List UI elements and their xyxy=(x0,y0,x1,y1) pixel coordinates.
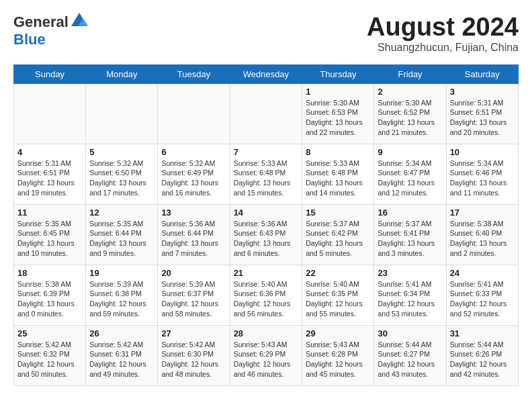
calendar-cell xyxy=(14,83,86,144)
day-number: 5 xyxy=(89,147,154,157)
day-number: 25 xyxy=(17,328,82,338)
day-info: Sunrise: 5:38 AM Sunset: 6:39 PM Dayligh… xyxy=(17,279,82,319)
logo-icon xyxy=(70,11,89,30)
day-number: 13 xyxy=(161,208,226,218)
day-number: 15 xyxy=(306,208,370,218)
day-number: 28 xyxy=(234,328,299,338)
calendar-cell: 2Sunrise: 5:30 AM Sunset: 6:52 PM Daylig… xyxy=(374,83,446,144)
calendar-cell: 9Sunrise: 5:34 AM Sunset: 6:47 PM Daylig… xyxy=(374,144,446,204)
calendar-cell: 28Sunrise: 5:43 AM Sunset: 6:29 PM Dayli… xyxy=(230,325,302,385)
calendar-cell: 13Sunrise: 5:36 AM Sunset: 6:44 PM Dayli… xyxy=(158,204,230,265)
day-number: 11 xyxy=(17,208,82,218)
day-number: 26 xyxy=(89,328,154,338)
calendar-cell: 25Sunrise: 5:42 AM Sunset: 6:32 PM Dayli… xyxy=(14,325,86,385)
calendar-week-row: 4Sunrise: 5:31 AM Sunset: 6:51 PM Daylig… xyxy=(14,144,519,204)
day-info: Sunrise: 5:42 AM Sunset: 6:30 PM Dayligh… xyxy=(161,340,226,379)
day-info: Sunrise: 5:33 AM Sunset: 6:48 PM Dayligh… xyxy=(234,158,299,198)
day-info: Sunrise: 5:42 AM Sunset: 6:32 PM Dayligh… xyxy=(17,340,82,379)
title-block: August 2024 Shuangzhucun, Fujian, China xyxy=(367,13,519,54)
day-info: Sunrise: 5:40 AM Sunset: 6:35 PM Dayligh… xyxy=(306,279,370,319)
calendar-cell: 18Sunrise: 5:38 AM Sunset: 6:39 PM Dayli… xyxy=(14,265,86,325)
day-info: Sunrise: 5:39 AM Sunset: 6:38 PM Dayligh… xyxy=(89,279,154,319)
day-info: Sunrise: 5:41 AM Sunset: 6:33 PM Dayligh… xyxy=(450,279,515,319)
calendar-cell: 12Sunrise: 5:35 AM Sunset: 6:44 PM Dayli… xyxy=(86,204,158,265)
calendar-week-row: 25Sunrise: 5:42 AM Sunset: 6:32 PM Dayli… xyxy=(14,325,519,385)
day-number: 9 xyxy=(378,147,442,157)
calendar-cell: 23Sunrise: 5:41 AM Sunset: 6:34 PM Dayli… xyxy=(374,265,446,325)
day-number: 22 xyxy=(306,268,370,278)
day-number: 4 xyxy=(17,147,82,157)
calendar-cell: 3Sunrise: 5:31 AM Sunset: 6:51 PM Daylig… xyxy=(446,83,518,144)
calendar-cell: 29Sunrise: 5:43 AM Sunset: 6:28 PM Dayli… xyxy=(302,325,374,385)
day-info: Sunrise: 5:43 AM Sunset: 6:28 PM Dayligh… xyxy=(306,340,370,379)
logo-blue-text: Blue xyxy=(13,31,46,48)
day-info: Sunrise: 5:38 AM Sunset: 6:40 PM Dayligh… xyxy=(450,219,515,259)
day-number: 24 xyxy=(450,268,515,278)
day-number: 12 xyxy=(89,208,154,218)
calendar-cell: 24Sunrise: 5:41 AM Sunset: 6:33 PM Dayli… xyxy=(446,265,518,325)
day-info: Sunrise: 5:37 AM Sunset: 6:42 PM Dayligh… xyxy=(306,219,370,259)
day-info: Sunrise: 5:41 AM Sunset: 6:34 PM Dayligh… xyxy=(378,279,442,319)
calendar-day-header: Saturday xyxy=(446,64,518,83)
day-number: 7 xyxy=(234,147,299,157)
day-info: Sunrise: 5:33 AM Sunset: 6:48 PM Dayligh… xyxy=(306,158,370,198)
day-number: 8 xyxy=(306,147,370,157)
calendar-cell: 16Sunrise: 5:37 AM Sunset: 6:41 PM Dayli… xyxy=(374,204,446,265)
day-info: Sunrise: 5:40 AM Sunset: 6:36 PM Dayligh… xyxy=(234,279,299,319)
day-number: 1 xyxy=(306,87,370,97)
day-info: Sunrise: 5:43 AM Sunset: 6:29 PM Dayligh… xyxy=(234,340,299,379)
calendar-day-header: Wednesday xyxy=(230,64,302,83)
day-number: 2 xyxy=(378,87,442,97)
calendar-cell: 20Sunrise: 5:39 AM Sunset: 6:37 PM Dayli… xyxy=(158,265,230,325)
calendar-week-row: 1Sunrise: 5:30 AM Sunset: 6:53 PM Daylig… xyxy=(14,83,519,144)
calendar-cell: 10Sunrise: 5:34 AM Sunset: 6:46 PM Dayli… xyxy=(446,144,518,204)
day-info: Sunrise: 5:42 AM Sunset: 6:31 PM Dayligh… xyxy=(89,340,154,379)
calendar-cell: 1Sunrise: 5:30 AM Sunset: 6:53 PM Daylig… xyxy=(302,83,374,144)
calendar-cell: 6Sunrise: 5:32 AM Sunset: 6:49 PM Daylig… xyxy=(158,144,230,204)
calendar-week-row: 18Sunrise: 5:38 AM Sunset: 6:39 PM Dayli… xyxy=(14,265,519,325)
day-info: Sunrise: 5:44 AM Sunset: 6:27 PM Dayligh… xyxy=(378,340,442,379)
calendar-table: SundayMondayTuesdayWednesdayThursdayFrid… xyxy=(13,64,519,386)
calendar-week-row: 11Sunrise: 5:35 AM Sunset: 6:45 PM Dayli… xyxy=(14,204,519,265)
day-number: 6 xyxy=(161,147,226,157)
day-info: Sunrise: 5:36 AM Sunset: 6:43 PM Dayligh… xyxy=(234,219,299,259)
day-info: Sunrise: 5:30 AM Sunset: 6:53 PM Dayligh… xyxy=(306,98,370,138)
calendar-cell: 21Sunrise: 5:40 AM Sunset: 6:36 PM Dayli… xyxy=(230,265,302,325)
day-number: 10 xyxy=(450,147,515,157)
calendar-cell: 8Sunrise: 5:33 AM Sunset: 6:48 PM Daylig… xyxy=(302,144,374,204)
day-info: Sunrise: 5:32 AM Sunset: 6:50 PM Dayligh… xyxy=(89,158,154,198)
calendar-cell: 31Sunrise: 5:44 AM Sunset: 6:26 PM Dayli… xyxy=(446,325,518,385)
calendar-cell xyxy=(158,83,230,144)
logo-general-text: General xyxy=(13,13,69,31)
calendar-header-row: SundayMondayTuesdayWednesdayThursdayFrid… xyxy=(14,64,519,83)
day-number: 17 xyxy=(450,208,515,218)
day-info: Sunrise: 5:35 AM Sunset: 6:44 PM Dayligh… xyxy=(89,219,154,259)
day-number: 19 xyxy=(89,268,154,278)
calendar-cell: 7Sunrise: 5:33 AM Sunset: 6:48 PM Daylig… xyxy=(230,144,302,204)
day-number: 21 xyxy=(234,268,299,278)
day-info: Sunrise: 5:36 AM Sunset: 6:44 PM Dayligh… xyxy=(161,219,226,259)
calendar-cell: 14Sunrise: 5:36 AM Sunset: 6:43 PM Dayli… xyxy=(230,204,302,265)
calendar-day-header: Tuesday xyxy=(158,64,230,83)
day-info: Sunrise: 5:37 AM Sunset: 6:41 PM Dayligh… xyxy=(378,219,442,259)
day-info: Sunrise: 5:32 AM Sunset: 6:49 PM Dayligh… xyxy=(161,158,226,198)
day-info: Sunrise: 5:34 AM Sunset: 6:46 PM Dayligh… xyxy=(450,158,515,198)
day-number: 14 xyxy=(234,208,299,218)
page-header: General Blue August 2024 Shuangzhucun, F… xyxy=(13,13,519,54)
calendar-cell: 4Sunrise: 5:31 AM Sunset: 6:51 PM Daylig… xyxy=(14,144,86,204)
day-info: Sunrise: 5:35 AM Sunset: 6:45 PM Dayligh… xyxy=(17,219,82,259)
calendar-cell: 15Sunrise: 5:37 AM Sunset: 6:42 PM Dayli… xyxy=(302,204,374,265)
month-year-title: August 2024 xyxy=(367,13,519,42)
calendar-cell: 22Sunrise: 5:40 AM Sunset: 6:35 PM Dayli… xyxy=(302,265,374,325)
calendar-day-header: Friday xyxy=(374,64,446,83)
day-info: Sunrise: 5:30 AM Sunset: 6:52 PM Dayligh… xyxy=(378,98,442,138)
day-info: Sunrise: 5:31 AM Sunset: 6:51 PM Dayligh… xyxy=(17,158,82,198)
day-info: Sunrise: 5:39 AM Sunset: 6:37 PM Dayligh… xyxy=(161,279,226,319)
day-number: 20 xyxy=(161,268,226,278)
calendar-cell xyxy=(86,83,158,144)
day-number: 29 xyxy=(306,328,370,338)
calendar-day-header: Thursday xyxy=(302,64,374,83)
calendar-day-header: Sunday xyxy=(14,64,86,83)
day-info: Sunrise: 5:44 AM Sunset: 6:26 PM Dayligh… xyxy=(450,340,515,379)
calendar-cell xyxy=(230,83,302,144)
